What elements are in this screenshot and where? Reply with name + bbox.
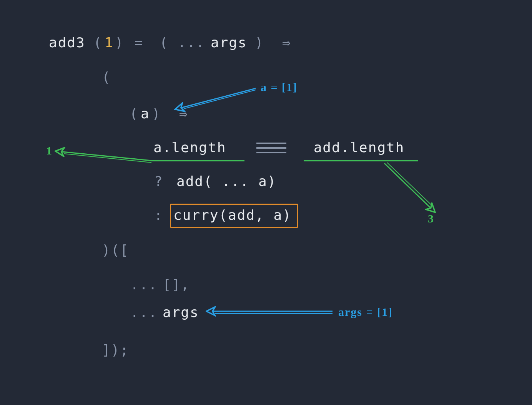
empty-array: [], bbox=[163, 277, 190, 292]
arrow-three bbox=[384, 163, 430, 207]
annotation-args-eq: args = [1] bbox=[338, 305, 393, 319]
cond-left: a.length bbox=[153, 139, 235, 155]
iife-close: )([ bbox=[102, 242, 129, 258]
cond-right: add.length bbox=[304, 139, 404, 155]
iife-open: ( bbox=[102, 69, 111, 85]
triple-equals-icon bbox=[256, 143, 286, 153]
annotation-a-eq: a = [1] bbox=[261, 81, 298, 94]
arrow-one bbox=[62, 152, 151, 161]
paren-close: ) bbox=[115, 35, 124, 50]
arrow-one-double bbox=[64, 154, 151, 163]
code-diagram: { "code": { "fn":"add3", "call_open":"("… bbox=[0, 0, 532, 405]
equals: = bbox=[125, 35, 153, 50]
args-2: args bbox=[163, 304, 199, 320]
tern-false: curry(add, a) bbox=[173, 207, 292, 223]
annotation-layer bbox=[0, 0, 532, 405]
arrow-a-eq-double bbox=[184, 90, 256, 109]
highlight-box: curry(add, a) bbox=[170, 204, 298, 228]
ternary-colon: : bbox=[154, 207, 163, 223]
arrow-a-eq bbox=[182, 88, 256, 108]
ternary-q: ? bbox=[154, 173, 172, 189]
paren-open: ( bbox=[93, 35, 103, 50]
spread-2: ... bbox=[130, 304, 167, 320]
tern-true: add( ... a) bbox=[176, 173, 276, 189]
args-ident: args bbox=[211, 35, 247, 50]
inner-a-close: ) ⇒ bbox=[152, 106, 188, 121]
inner-a: a bbox=[141, 106, 150, 121]
fn-name: add3 bbox=[49, 35, 85, 50]
arrow-three-double bbox=[387, 163, 432, 206]
annotation-one: 1 bbox=[46, 144, 53, 158]
literal-one: 1 bbox=[105, 35, 114, 50]
annotation-three: 3 bbox=[428, 212, 434, 226]
rest-close: ) ⇒ bbox=[255, 35, 291, 50]
spread-1: ... bbox=[130, 277, 167, 292]
stmt-end: ]); bbox=[102, 342, 129, 358]
rest-open: ( ... bbox=[160, 35, 214, 50]
inner-a-open: ( bbox=[130, 106, 139, 121]
